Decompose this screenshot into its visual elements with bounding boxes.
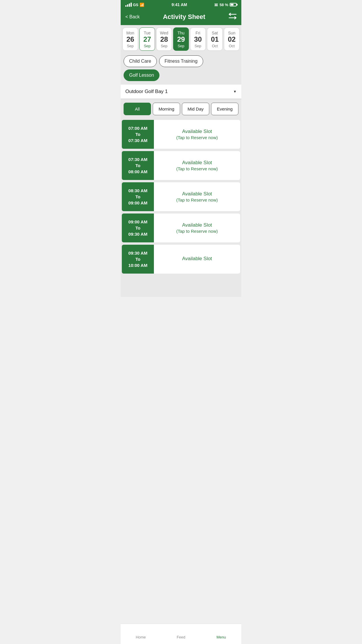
- day-number: 02: [228, 35, 236, 44]
- calendar-day-wed[interactable]: Wed 28 Sep: [156, 27, 172, 51]
- calendar-day-fri[interactable]: Fri 30 Sep: [190, 27, 206, 51]
- time-filter-all[interactable]: All: [124, 103, 151, 115]
- header: < Back Activity Sheet: [121, 9, 241, 25]
- slot-row-slot1[interactable]: 07:00 AMTo07:30 AM Available Slot (Tap t…: [122, 120, 240, 149]
- slot-time-slot2: 07:30 AMTo08:00 AM: [122, 151, 154, 180]
- day-name: Mon: [126, 31, 134, 35]
- battery-percent: 58 %: [219, 3, 228, 7]
- status-left: GS 📶: [125, 3, 144, 7]
- carrier-label: GS: [133, 3, 138, 7]
- activity-tab-golf[interactable]: Golf Lesson: [124, 69, 159, 81]
- slot-available-label: Available Slot: [182, 129, 212, 134]
- day-month: Oct: [212, 44, 218, 48]
- slot-content-slot1: Available Slot (Tap to Reserve now): [154, 120, 240, 149]
- day-name: Tue: [144, 31, 151, 35]
- slot-content-slot4: Available Slot (Tap to Reserve now): [154, 214, 240, 242]
- calendar-strip: Mon 26 Sep Tue 27 Sep Wed 28 Sep Thu 29 …: [121, 25, 241, 53]
- day-number: 27: [143, 35, 151, 44]
- day-month: Sep: [178, 44, 184, 48]
- slot-time-slot3: 08:30 AMTo09:00 AM: [122, 182, 154, 211]
- slot-tap-label: (Tap to Reserve now): [176, 197, 218, 202]
- time-filter-bar: AllMorningMid DayEvening: [121, 99, 241, 119]
- activity-tab-fitness[interactable]: Fitness Training: [159, 55, 203, 67]
- day-name: Thu: [178, 31, 184, 35]
- slot-available-label: Available Slot: [182, 191, 212, 197]
- slot-time-slot5: 09:30 AMTo10:00 AM: [122, 245, 154, 274]
- time-filter-evening[interactable]: Evening: [211, 103, 238, 115]
- page-title: Activity Sheet: [163, 13, 205, 21]
- day-name: Sat: [212, 31, 218, 35]
- day-number: 29: [177, 35, 185, 44]
- back-button[interactable]: < Back: [125, 14, 140, 20]
- slot-time-slot4: 09:00 AMTo09:30 AM: [122, 214, 154, 242]
- location-dropdown[interactable]: Outdoor Golf Bay 1 ▼: [121, 85, 241, 99]
- status-right: ⯴ 58 %: [214, 3, 237, 7]
- slot-time-slot1: 07:00 AMTo07:30 AM: [122, 120, 154, 149]
- slot-row-slot2[interactable]: 07:30 AMTo08:00 AM Available Slot (Tap t…: [122, 151, 240, 180]
- calendar-day-sun[interactable]: Sun 02 Oct: [224, 27, 240, 51]
- slot-tap-label: (Tap to Reserve now): [176, 135, 218, 140]
- calendar-day-sat[interactable]: Sat 01 Oct: [207, 27, 223, 51]
- slot-tap-label: (Tap to Reserve now): [176, 229, 218, 234]
- status-bar: GS 📶 9:41 AM ⯴ 58 %: [121, 0, 241, 9]
- activity-tabs: Child CareFitness TrainingGolf Lesson: [121, 53, 241, 85]
- slot-content-slot2: Available Slot (Tap to Reserve now): [154, 151, 240, 180]
- slot-row-slot4[interactable]: 09:00 AMTo09:30 AM Available Slot (Tap t…: [122, 214, 240, 242]
- slot-available-label: Available Slot: [182, 256, 212, 262]
- signal-icon: [125, 3, 132, 7]
- battery-icon: [230, 3, 237, 6]
- day-number: 28: [160, 35, 168, 44]
- wifi-icon: 📶: [140, 3, 144, 7]
- calendar-day-tue[interactable]: Tue 27 Sep: [139, 27, 155, 51]
- time-filter-morning[interactable]: Morning: [153, 103, 180, 115]
- day-month: Sep: [127, 44, 133, 48]
- day-month: Oct: [229, 44, 235, 48]
- day-number: 26: [126, 35, 134, 44]
- day-month: Sep: [161, 44, 167, 48]
- slot-content-slot5: Available Slot: [154, 245, 240, 274]
- dropdown-label: Outdoor Golf Bay 1: [125, 89, 168, 94]
- day-number: 01: [211, 35, 219, 44]
- day-month: Sep: [194, 44, 201, 48]
- calendar-day-mon[interactable]: Mon 26 Sep: [122, 27, 138, 51]
- activity-tab-childcare[interactable]: Child Care: [124, 55, 157, 67]
- time-filter-midday[interactable]: Mid Day: [182, 103, 209, 115]
- day-name: Sun: [228, 31, 236, 35]
- day-name: Wed: [160, 31, 168, 35]
- dropdown-arrow-icon: ▼: [233, 90, 237, 94]
- day-month: Sep: [144, 44, 150, 48]
- day-number: 30: [194, 35, 202, 44]
- slot-row-slot3[interactable]: 08:30 AMTo09:00 AM Available Slot (Tap t…: [122, 182, 240, 211]
- slots-container: 07:00 AMTo07:30 AM Available Slot (Tap t…: [121, 119, 241, 297]
- day-name: Fri: [196, 31, 200, 35]
- slot-row-slot5[interactable]: 09:30 AMTo10:00 AM Available Slot: [122, 245, 240, 274]
- slot-available-label: Available Slot: [182, 222, 212, 228]
- slot-available-label: Available Slot: [182, 160, 212, 166]
- switch-icon[interactable]: [229, 13, 237, 21]
- slot-tap-label: (Tap to Reserve now): [176, 166, 218, 171]
- status-time: 9:41 AM: [171, 2, 187, 7]
- slot-content-slot3: Available Slot (Tap to Reserve now): [154, 182, 240, 211]
- bluetooth-icon: ⯴: [214, 3, 218, 7]
- calendar-day-thu[interactable]: Thu 29 Sep: [173, 27, 189, 51]
